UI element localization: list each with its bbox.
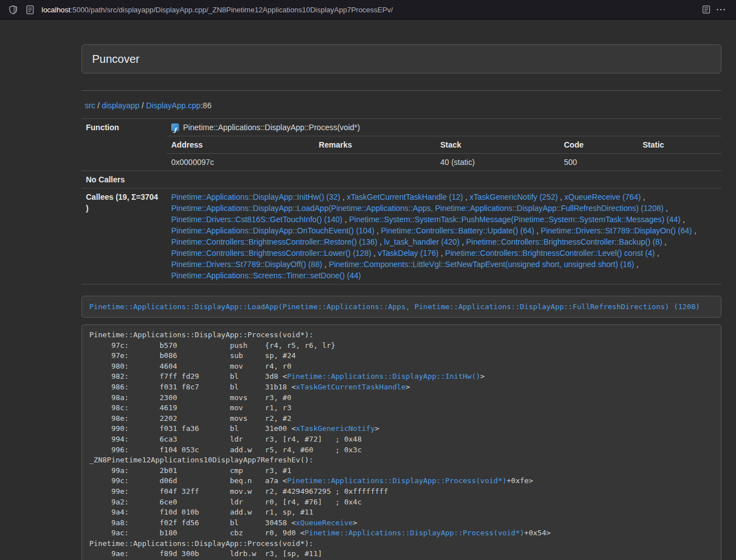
stats-header-row: Address Remarks Stack Code Static bbox=[167, 136, 721, 154]
no-callers-label: No Callers bbox=[81, 171, 167, 188]
callees-list: Pinetime::Applications::DisplayApp::Init… bbox=[167, 189, 721, 284]
asm-text: > bbox=[353, 518, 358, 527]
asm-symbol-link[interactable]: xQueueReceive bbox=[296, 518, 353, 527]
asm-line: 996: f104 053c add.w r5, r4, #60 ; 0x3c bbox=[89, 445, 714, 456]
asm-symbol-link[interactable]: Pinetime::Applications::DisplayApp::Init… bbox=[287, 372, 480, 380]
asm-text: 9a4: f10d 010b add.w r1, sp, #11 bbox=[89, 508, 313, 516]
callee-separator: , bbox=[680, 215, 685, 224]
callee-link[interactable]: Pinetime::Applications::Screens::Timer::… bbox=[171, 271, 361, 280]
asm-line: 980: 4604 mov r4, r0 bbox=[89, 361, 714, 372]
callees-label: Callees (19, Σ=3704 ) bbox=[81, 189, 167, 284]
asm-line: 9a8: f02f fd56 bl 30458 <xQueueReceive> bbox=[89, 518, 714, 529]
callee-separator: , bbox=[534, 226, 541, 235]
callee-separator: , bbox=[463, 192, 470, 201]
breadcrumb-line-number: :86 bbox=[200, 101, 211, 110]
callee-link[interactable]: Pinetime::Controllers::Battery::Update()… bbox=[381, 226, 534, 235]
callee-link[interactable]: Pinetime::Controllers::BrightnessControl… bbox=[171, 249, 371, 258]
function-icon bbox=[171, 123, 179, 131]
page-title: Puncover bbox=[92, 52, 711, 66]
function-stats-table: Address Remarks Stack Code Static 0x0000… bbox=[167, 136, 721, 171]
breadcrumb-link[interactable]: displayapp bbox=[102, 101, 139, 110]
callee-link[interactable]: Pinetime::Components::LittleVgl::SetNewT… bbox=[329, 260, 634, 269]
asm-text: 99c: d06d beq.n a7a < bbox=[89, 476, 287, 485]
address-value: 0x0000097c bbox=[167, 154, 314, 171]
asm-text: 996: f104 053c add.w r5, r4, #60 ; 0x3c bbox=[89, 446, 362, 454]
callee-link[interactable]: Pinetime::Drivers::Cst816S::GetTouchInfo… bbox=[171, 215, 342, 224]
asm-line: _ZN8Pinetime12Applications10DisplayApp7R… bbox=[89, 455, 714, 466]
callee-link[interactable]: xQueueReceive (764) bbox=[564, 192, 641, 201]
asm-text: Pinetime::Applications::DisplayApp::Proc… bbox=[89, 331, 313, 339]
asm-line: Pinetime::Applications::DisplayApp::Proc… bbox=[89, 539, 714, 549]
divider bbox=[81, 90, 721, 91]
asm-text: 99a: 2b01 cmp r3, #1 bbox=[89, 466, 291, 475]
asm-line: 98a: 2300 movs r3, #0 bbox=[89, 393, 714, 403]
more-options-icon[interactable]: ⋯ bbox=[712, 3, 729, 16]
asm-text: 97c: b570 push {r4, r5, r6, lr} bbox=[89, 341, 335, 350]
col-stack: Stack bbox=[436, 136, 559, 154]
asm-line: 994: 6ca3 ldr r3, [r4, #72] ; 0x48 bbox=[89, 434, 714, 445]
asm-text: _ZN8Pinetime12Applications10DisplayApp7R… bbox=[89, 456, 313, 464]
asm-line: 990: f031 fa36 bl 31e00 <xTaskGenericNot… bbox=[89, 424, 714, 434]
stats-value-row: 0x0000097c 40 (static) 500 bbox=[167, 154, 721, 171]
function-name: Pinetime::Applications::DisplayApp::Proc… bbox=[183, 122, 360, 133]
callee-link[interactable]: Pinetime::Applications::DisplayApp::OnTo… bbox=[171, 226, 374, 235]
disassembly-panel: Pinetime::Applications::DisplayApp::Proc… bbox=[81, 324, 721, 560]
asm-text: +0xfe> bbox=[507, 476, 533, 485]
asm-text: 9a8: f02f fd56 bl 30458 < bbox=[89, 518, 296, 527]
function-table: Function Pinetime::Applications::Display… bbox=[81, 118, 721, 284]
asm-text: 98e: 2202 movs r2, #2 bbox=[89, 414, 291, 423]
callee-separator: , bbox=[438, 249, 445, 258]
callee-link[interactable]: Pinetime::Applications::DisplayApp::Load… bbox=[171, 204, 664, 213]
callee-separator: , bbox=[692, 226, 697, 235]
col-address: Address bbox=[167, 136, 314, 154]
asm-line: 9a2: 6ce0 ldr r0, [r4, #76] ; 0x4c bbox=[89, 497, 714, 508]
callee-separator: , bbox=[340, 192, 347, 201]
asm-text: 990: f031 fa36 bl 31e00 < bbox=[89, 424, 296, 433]
callee-link[interactable]: xTaskGenericNotify (252) bbox=[469, 192, 557, 201]
url-host: localhost bbox=[42, 6, 70, 14]
callee-link[interactable]: Pinetime::Controllers::BrightnessControl… bbox=[171, 237, 377, 246]
reader-mode-icon[interactable] bbox=[700, 3, 712, 16]
highlighted-symbol-link[interactable]: Pinetime::Applications::DisplayApp::Load… bbox=[89, 302, 700, 311]
asm-text: 986: f031 f8c7 bl 31b18 < bbox=[89, 383, 296, 391]
static-value bbox=[638, 154, 721, 171]
asm-symbol-link[interactable]: xTaskGenericNotify bbox=[296, 424, 375, 433]
page-info-icon[interactable] bbox=[24, 3, 36, 16]
breadcrumb-separator: / bbox=[95, 101, 102, 110]
breadcrumb-link[interactable]: src bbox=[85, 101, 95, 110]
callee-separator: , bbox=[377, 237, 384, 246]
callee-link[interactable]: Pinetime::Drivers::St7789::DisplayOn() (… bbox=[541, 226, 692, 235]
callee-link[interactable]: vTaskDelay (176) bbox=[378, 249, 438, 258]
asm-text: +0x54> bbox=[524, 529, 551, 537]
callee-link[interactable]: xTaskGetCurrentTaskHandle (12) bbox=[347, 192, 463, 201]
browser-bar: localhost:5000/path/src/displayapp/Displ… bbox=[0, 0, 736, 20]
callee-link[interactable]: Pinetime::Drivers::St7789::DisplayOff() … bbox=[171, 260, 322, 269]
function-label: Function bbox=[81, 119, 167, 171]
asm-symbol-link[interactable]: Pinetime::Applications::DisplayApp::Proc… bbox=[305, 529, 524, 537]
callee-link[interactable]: Pinetime::System::SystemTask::PushMessag… bbox=[349, 215, 681, 224]
remarks-value bbox=[314, 154, 436, 171]
callee-separator: , bbox=[342, 215, 349, 224]
col-remarks: Remarks bbox=[314, 136, 436, 154]
asm-line: 99a: 2b01 cmp r3, #1 bbox=[89, 466, 714, 476]
breadcrumb-separator: / bbox=[139, 101, 146, 110]
asm-line: 9ae: f89d 300b ldrb.w r3, [sp, #11] bbox=[89, 549, 714, 559]
asm-line: 98c: 4619 mov r1, r3 bbox=[89, 403, 714, 414]
asm-text: > bbox=[481, 372, 485, 380]
asm-line: 99e: f04f 32ff mov.w r2, #4294967295 ; 0… bbox=[89, 486, 714, 497]
url-bar[interactable]: localhost:5000/path/src/displayapp/Displ… bbox=[42, 6, 393, 14]
callee-separator: , bbox=[641, 192, 645, 201]
shield-icon[interactable] bbox=[7, 3, 19, 16]
asm-line: 97c: b570 push {r4, r5, r6, lr} bbox=[89, 341, 714, 351]
callee-link[interactable]: Pinetime::Controllers::BrightnessControl… bbox=[466, 237, 662, 246]
asm-line: 99c: d06d beq.n a7a <Pinetime::Applicati… bbox=[89, 476, 714, 486]
callee-link[interactable]: Pinetime::Applications::DisplayApp::Init… bbox=[171, 192, 340, 201]
callee-link[interactable]: Pinetime::Controllers::BrightnessControl… bbox=[445, 249, 655, 258]
app-header: Puncover bbox=[81, 44, 721, 74]
callee-link[interactable]: lv_task_handler (420) bbox=[384, 237, 460, 246]
asm-symbol-link[interactable]: xTaskGetCurrentTaskHandle bbox=[296, 383, 406, 391]
asm-symbol-link[interactable]: Pinetime::Applications::DisplayApp::Proc… bbox=[287, 476, 506, 485]
asm-text: 9ac: b180 cbz r0, 9d0 < bbox=[89, 529, 305, 537]
function-name-line: Pinetime::Applications::DisplayApp::Proc… bbox=[167, 119, 721, 136]
breadcrumb-link[interactable]: DisplayApp.cpp bbox=[146, 101, 200, 110]
